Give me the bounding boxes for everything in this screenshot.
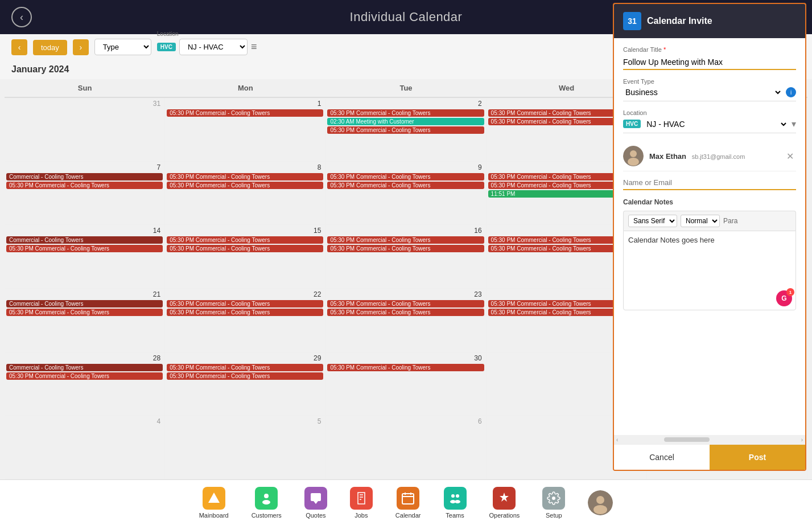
notes-group: Calendar Notes Sans Serif Normal Para Ca… [623,198,796,310]
nav-mainboard[interactable]: Mainboard [199,487,229,519]
day-number: 15 [167,227,323,235]
grid-icon[interactable]: ≡ [251,41,257,53]
nav-quotes[interactable]: Quotes [304,487,327,519]
calendar-day[interactable]: 6 [325,416,486,479]
calendar-event[interactable]: Commercial - Cooling Towers [6,364,163,371]
info-icon[interactable]: i [786,87,796,97]
panel-hvc-badge: HVC [623,120,641,128]
calendar-event[interactable]: 05:30 PM Commercial - Cooling Towers [327,300,484,307]
calendar-event[interactable]: 05:30 PM Commercial - Cooling Towers [167,236,323,244]
notes-size-select[interactable]: Normal [681,215,720,227]
calendar-event[interactable]: 05:30 PM Commercial - Cooling Towers [6,372,163,380]
calendar-event[interactable]: 05:30 PM Commercial - Cooling Towers [6,245,163,252]
calendar-day[interactable]: 31 [5,98,165,161]
calendar-day[interactable]: 2205:30 PM Commercial - Cooling Towers05… [165,289,325,352]
scroll-thumb[interactable] [664,437,710,442]
name-email-input[interactable] [623,176,796,190]
cancel-button[interactable]: Cancel [614,445,710,470]
notes-font-select[interactable]: Sans Serif [628,215,677,227]
calendar-event[interactable]: 05:30 PM Commercial - Cooling Towers [167,300,323,307]
calendar-day[interactable]: 2305:30 PM Commercial - Cooling Towers05… [325,289,486,352]
calendar-day[interactable]: 105:30 PM Commercial - Cooling Towers [165,98,325,161]
calendar-event[interactable]: Commercial - Cooling Towers [6,300,163,307]
svg-marker-7 [314,501,318,504]
calendar-event[interactable]: Commercial - Cooling Towers [6,236,163,244]
post-button[interactable]: Post [710,445,805,470]
svg-point-19 [593,505,607,514]
event-type-select[interactable]: Business [623,87,782,97]
calendar-day[interactable]: 7Commercial - Cooling Towers05:30 PM Com… [5,162,165,225]
type-select[interactable]: Type [94,39,151,55]
mainboard-icon [203,487,225,510]
calendar-day[interactable]: 3005:30 PM Commercial - Cooling Towers [325,352,486,416]
calendar-day[interactable]: 28Commercial - Cooling Towers05:30 PM Co… [5,352,165,416]
remove-attendee-button[interactable]: ✕ [784,150,796,162]
nav-jobs-label: Jobs [355,512,368,519]
calendar-event[interactable]: 05:30 PM Commercial - Cooling Towers [167,182,323,189]
day-number: 21 [6,290,163,298]
calendar-day[interactable]: 14Commercial - Cooling Towers05:30 PM Co… [5,225,165,288]
location-select[interactable]: NJ - HVAC [179,39,248,55]
calendar-event[interactable]: 05:30 PM Commercial - Cooling Towers [327,182,484,189]
day-number: 23 [327,290,484,298]
calendar-event[interactable]: 05:30 PM Commercial - Cooling Towers [327,109,484,117]
calendar-event[interactable]: 05:30 PM Commercial - Cooling Towers [167,245,323,252]
location-dropdown-icon[interactable]: ▾ [792,118,796,129]
calendar-day[interactable]: 1605:30 PM Commercial - Cooling Towers05… [325,225,486,288]
nav-jobs[interactable]: Jobs [350,487,373,519]
calendar-event[interactable]: 05:30 PM Commercial - Cooling Towers [327,364,484,371]
calendar-event[interactable]: Commercial - Cooling Towers [6,173,163,181]
calendar-event[interactable]: 05:30 PM Commercial - Cooling Towers [167,109,323,117]
calendar-day[interactable]: 905:30 PM Commercial - Cooling Towers05:… [325,162,486,225]
calendar-event[interactable]: 02:30 AM Meeting with Customer [327,118,484,125]
nav-customers[interactable]: Customers [252,487,282,519]
day-number: 5 [167,417,323,425]
calendar-event[interactable]: 05:30 PM Commercial - Cooling Towers [327,309,484,316]
next-month-button[interactable]: › [73,39,89,55]
nav-setup[interactable]: Setup [542,487,565,519]
calendar-day[interactable]: 205:30 PM Commercial - Cooling Towers02:… [325,98,486,161]
panel-location-select[interactable]: NJ - HVAC [644,119,788,129]
day-number: 16 [327,227,484,235]
nav-mainboard-label: Mainboard [199,512,229,519]
calendar-event[interactable]: 05:30 PM Commercial - Cooling Towers [6,182,163,189]
operations-icon [493,487,516,510]
calendar-event[interactable]: 05:30 PM Commercial - Cooling Towers [327,173,484,181]
calendar-event[interactable]: 05:30 PM Commercial - Cooling Towers [167,364,323,371]
scroll-right-arrow[interactable]: › [801,437,803,443]
notes-area[interactable]: Calendar Notes goes here G 1 [623,231,796,310]
today-button[interactable]: today [33,40,67,55]
calendar-day[interactable]: 1505:30 PM Commercial - Cooling Towers05… [165,225,325,288]
customers-icon [255,487,278,510]
user-avatar[interactable] [588,490,613,515]
day-number: 9 [327,163,484,171]
calendar-event[interactable]: 05:30 PM Commercial - Cooling Towers [6,309,163,316]
calendar-day[interactable]: 2905:30 PM Commercial - Cooling Towers05… [165,352,325,416]
back-button[interactable]: ‹ [11,7,32,27]
calendar-day[interactable]: 4 [5,416,165,479]
nav-teams[interactable]: Teams [444,487,467,519]
calendar-title-input[interactable] [623,55,796,70]
prev-month-button[interactable]: ‹ [11,39,27,55]
calendar-event[interactable]: 05:30 PM Commercial - Cooling Towers [327,236,484,244]
svg-point-1 [630,150,637,157]
calendar-event[interactable]: 05:30 PM Commercial - Cooling Towers [327,245,484,252]
calendar-event[interactable]: 05:30 PM Commercial - Cooling Towers [167,173,323,181]
bottom-nav: Mainboard Customers Quotes Jobs Calendar… [0,479,812,525]
nav-operations[interactable]: Operations [489,487,520,519]
svg-rect-8 [402,494,414,504]
calendar-title-group: Calendar Title * [623,46,796,70]
calendar-day[interactable]: 805:30 PM Commercial - Cooling Towers05:… [165,162,325,225]
calendar-event[interactable]: 05:30 PM Commercial - Cooling Towers [167,372,323,380]
nav-calendar[interactable]: Calendar [395,487,421,519]
day-sun: Sun [5,79,165,97]
attendee-info: Max Ethan sb.jt31@gmail.com [649,152,778,161]
calendar-event[interactable]: 05:30 PM Commercial - Cooling Towers [167,309,323,316]
svg-point-15 [455,500,460,503]
calendar-day[interactable]: 21Commercial - Cooling Towers05:30 PM Co… [5,289,165,352]
calendar-day[interactable]: 5 [165,416,325,479]
calendar-event[interactable]: 05:30 PM Commercial - Cooling Towers [327,126,484,134]
day-number: 4 [6,417,163,425]
hvc-badge: HVC [157,43,176,51]
scroll-left-arrow[interactable]: ‹ [616,437,618,443]
